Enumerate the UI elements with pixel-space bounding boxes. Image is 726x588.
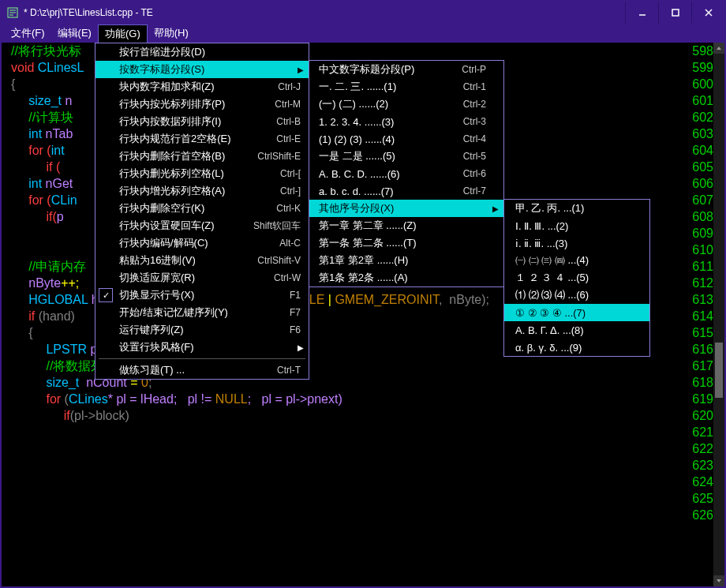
menu-item-label: 中文数字标题分段(P) <box>319 62 438 77</box>
menu-item[interactable]: A. B. C. D. ......(6)Ctrl-6 <box>309 165 503 182</box>
menu-item[interactable]: 粘贴为16进制(V)CtrlShift-V <box>95 252 309 269</box>
menu-item[interactable]: 做练习题(T) ...Ctrl-T <box>95 361 309 379</box>
menu-item[interactable]: ✓切换显示行号(X)F1 <box>95 287 309 304</box>
menu-item[interactable]: 开始/结束记忆键序列(Y)F7 <box>95 304 309 321</box>
vertical-scrollbar[interactable] <box>713 43 724 586</box>
maximize-button[interactable] <box>658 2 691 24</box>
menu-item-label: 做练习题(T) ... <box>119 363 253 377</box>
menu-item[interactable]: 中文数字标题分段(P)Ctrl-P <box>309 61 503 78</box>
menu-item[interactable]: 第1章 第2章 ......(H) <box>309 252 503 269</box>
line-number: 623 <box>682 457 713 474</box>
menu-item-hotkey: Ctrl-5 <box>463 151 486 162</box>
line-number: 609 <box>682 225 713 242</box>
menu-item[interactable]: 第1条 第2条 ......(A) <box>309 269 503 287</box>
menu-function[interactable]: 功能(G) <box>98 24 148 43</box>
menu-item[interactable]: 行块内设置硬回车(Z)Shift软回车 <box>95 217 309 234</box>
menu-item-hotkey: CtrlShift-V <box>257 255 301 266</box>
line-number: 620 <box>682 407 713 424</box>
editor-area[interactable]: //将行块光标 void CLinesL { size_t n //计算块 in… <box>2 43 724 586</box>
menu-item-hotkey: Ctrl-W <box>274 272 301 283</box>
menu-item-label: 行块内按数据列排序(I) <box>119 114 253 129</box>
line-number: 625 <box>682 490 713 507</box>
menu-file[interactable]: 文件(F) <box>5 24 51 42</box>
menu-item[interactable]: 按数字标题分段(S)▶ <box>95 61 309 78</box>
menu-item[interactable]: 行块内删除空行(K)Ctrl-K <box>95 200 309 217</box>
line-number-gutter: 5985996006016026036046056066076086096106… <box>682 43 713 523</box>
menu-item-hotkey: Shift软回车 <box>253 219 301 233</box>
minimize-button[interactable] <box>625 2 658 24</box>
menu-item[interactable]: 第一条 第二条 ......(T) <box>309 234 503 252</box>
menu-item-label: A. B. C. D. ......(6) <box>319 168 440 180</box>
menu-item[interactable]: Ⅰ. Ⅱ. Ⅲ. ...(2) <box>504 217 649 234</box>
menu-item-label: 行块内规范行首2空格(E) <box>119 132 253 146</box>
menu-item-label: 按数字标题分段(S) <box>119 62 277 77</box>
menu-item[interactable]: １ ２ ３ ４ ...(5) <box>504 269 649 287</box>
menu-item-label: 行块内增光标列空格(A) <box>119 184 256 198</box>
scroll-up-icon[interactable] <box>713 43 724 54</box>
scroll-thumb[interactable] <box>715 343 723 398</box>
menu-item-label: α. β. γ. δ. ...(9) <box>515 342 638 354</box>
submenu-other-seq: 甲. 乙. 丙. ...(1)Ⅰ. Ⅱ. Ⅲ. ...(2)ⅰ. ⅱ. ⅲ. .… <box>503 199 650 357</box>
menu-item[interactable]: a. b. c. d. ......(7)Ctrl-7 <box>309 182 503 200</box>
menu-item[interactable]: 行块内编码/解码(C)Alt-C <box>95 234 309 252</box>
menu-item[interactable]: 第一章 第二章 ......(Z) <box>309 217 503 234</box>
menu-item-label: 切换适应屏宽(R) <box>119 271 250 285</box>
menu-item-hotkey: Alt-C <box>279 238 301 249</box>
menu-item[interactable]: 行块内规范行首2空格(E)Ctrl-E <box>95 130 309 148</box>
menu-help[interactable]: 帮助(H) <box>148 24 195 42</box>
menu-item[interactable]: (一) (二) ......(2)Ctrl-2 <box>309 96 503 113</box>
menu-item[interactable]: 一是 二是 ......(5)Ctrl-5 <box>309 148 503 165</box>
menu-item[interactable]: ① ② ③ ④ ...(7) <box>504 304 649 321</box>
menu-item[interactable]: ㈠ ㈡ ㈢ ㈣ ...(4) <box>504 252 649 269</box>
line-number: 616 <box>682 341 713 358</box>
menu-item-hotkey: Ctrl-] <box>280 185 301 197</box>
menu-item[interactable]: (1) (2) (3) ......(4)Ctrl-4 <box>309 130 503 148</box>
close-button[interactable] <box>691 2 724 24</box>
menu-item[interactable]: 切换适应屏宽(R)Ctrl-W <box>95 269 309 287</box>
menu-item-label: a. b. c. d. ......(7) <box>319 185 440 197</box>
menu-item-label: ㈠ ㈡ ㈢ ㈣ ...(4) <box>515 253 638 268</box>
menu-item[interactable]: 块内数字相加求和(Z)Ctrl-J <box>95 78 309 96</box>
line-number: 598 <box>682 43 713 59</box>
menu-item-label: 行块内按光标列排序(P) <box>119 97 251 111</box>
menu-item-label: 其他序号分段(X) <box>319 201 462 215</box>
menu-item[interactable]: 甲. 乙. 丙. ...(1) <box>504 200 649 217</box>
menu-item[interactable]: 1. 2. 3. 4. ......(3)Ctrl-3 <box>309 113 503 130</box>
menu-item[interactable]: α. β. γ. δ. ...(9) <box>504 339 649 356</box>
menu-item-hotkey: Ctrl-6 <box>463 168 486 179</box>
menu-item-label: Ⅰ. Ⅱ. Ⅲ. ...(2) <box>515 220 638 232</box>
line-number: 614 <box>682 308 713 324</box>
menu-item[interactable]: 行块内按光标列排序(P)Ctrl-M <box>95 96 309 113</box>
menu-item-hotkey: Ctrl-7 <box>463 185 486 197</box>
line-number: 621 <box>682 424 713 440</box>
menu-item[interactable]: 行块内删光标列空格(L)Ctrl-[ <box>95 165 309 182</box>
menu-edit[interactable]: 编辑(E) <box>51 24 98 42</box>
menu-item[interactable]: Α. Β. Γ. Δ. ...(8) <box>504 321 649 339</box>
menu-item-hotkey: Ctrl-M <box>275 99 301 110</box>
menu-item-label: 第一章 第二章 ......(Z) <box>319 219 462 233</box>
menu-item[interactable]: 设置行块风格(F)▶ <box>95 339 309 356</box>
line-number: 602 <box>682 109 713 125</box>
menu-item[interactable]: 行块内删除行首空格(B)CtrlShift-E <box>95 148 309 165</box>
menu-item-hotkey: F1 <box>290 290 301 301</box>
scroll-down-icon[interactable] <box>713 575 724 586</box>
menu-item[interactable]: ⅰ. ⅱ. ⅲ. ...(3) <box>504 234 649 252</box>
line-number: 622 <box>682 440 713 457</box>
menu-item-hotkey: F7 <box>290 307 301 318</box>
menu-item[interactable]: 运行键序列(Z)F6 <box>95 321 309 339</box>
menu-item[interactable]: 其他序号分段(X)▶ <box>309 200 503 217</box>
title-bar[interactable]: * D:\z\prj\TE\LinesList.cpp - TE <box>2 2 724 24</box>
menu-item[interactable]: 行块内按数据列排序(I)Ctrl-B <box>95 113 309 130</box>
menu-item[interactable]: ⑴ ⑵ ⑶ ⑷ ...(6) <box>504 287 649 304</box>
menu-item[interactable]: 按行首缩进分段(D) <box>95 43 309 61</box>
menu-item[interactable]: 行块内增光标列空格(A)Ctrl-] <box>95 182 309 200</box>
menu-item-label: 第1条 第2条 ......(A) <box>319 271 462 285</box>
menu-item-label: ① ② ③ ④ ...(7) <box>515 307 638 319</box>
menu-item-label: 块内数字相加求和(Z) <box>119 80 254 94</box>
menu-item-label: 行块内删光标列空格(L) <box>119 167 256 181</box>
menu-item-hotkey: CtrlShift-E <box>257 151 301 162</box>
menu-item[interactable]: 一. 二. 三. ......(1)Ctrl-1 <box>309 78 503 96</box>
menu-item-label: 行块内删除空行(K) <box>119 201 253 215</box>
menu-item-label: ⑴ ⑵ ⑶ ⑷ ...(6) <box>515 288 638 302</box>
menu-item-label: 按行首缩进分段(D) <box>119 45 277 59</box>
